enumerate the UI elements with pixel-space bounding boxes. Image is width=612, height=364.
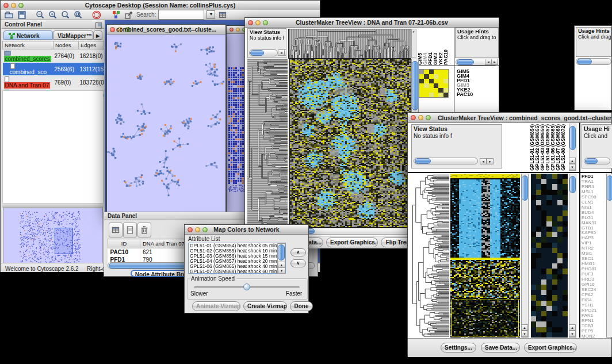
- network-row[interactable]: DNA and Tran 07 769(0) 183728(0): [3, 76, 104, 89]
- attribute-list-vscrollbar[interactable]: ▴ ▾: [277, 243, 285, 273]
- animation-speed-slider[interactable]: [194, 286, 300, 288]
- zoom-window-icon[interactable]: [202, 227, 208, 232]
- open-folder-icon[interactable]: [4, 10, 14, 20]
- scroll-up-icon[interactable]: ▴: [521, 324, 528, 331]
- attribute-table-icon[interactable]: [217, 10, 228, 20]
- attribute-list-item[interactable]: GPL51-07 (GSM868) heat shock 60 min: [189, 269, 285, 274]
- tv1-heatmap[interactable]: [289, 59, 411, 228]
- scrollbar-thumb[interactable]: [457, 59, 474, 65]
- grid-network-canvas[interactable]: [227, 34, 247, 214]
- tv1-hints-hscrollbar[interactable]: ◂ ▸: [456, 59, 498, 66]
- scroll-down-icon[interactable]: ▾: [569, 331, 576, 337]
- cytoscape-titlebar[interactable]: Cytoscape Desktop (Session Name: collins…: [1, 1, 320, 10]
- tab-vizmapper[interactable]: VizMapper™: [53, 30, 93, 40]
- close-icon[interactable]: [411, 115, 416, 120]
- zoom-window-icon[interactable]: [125, 27, 130, 32]
- scroll-right-icon[interactable]: ▸: [491, 59, 498, 65]
- scrollbar-thumb[interactable]: [278, 244, 285, 260]
- export-graphics-button[interactable]: Export Graphics...: [524, 343, 577, 352]
- minimize-icon[interactable]: [418, 115, 423, 120]
- network-row[interactable]: combined_scores 2764(0) 16218(0): [3, 49, 104, 63]
- minimize-icon[interactable]: [255, 20, 261, 25]
- tv2-hints-hscrollbar[interactable]: [584, 158, 610, 164]
- tv1-splitter[interactable]: ▸: [411, 29, 416, 58]
- export-graphics-button[interactable]: Export Graphics...: [326, 237, 378, 247]
- tv1-row-dendrogram[interactable]: [247, 59, 288, 227]
- scroll-right-icon[interactable]: ▸: [487, 158, 494, 164]
- scrollbar-thumb[interactable]: [250, 50, 264, 56]
- close-icon[interactable]: [3, 3, 9, 8]
- attribute-list[interactable]: GPL51-01 (GSM854) heat shock 05 minGPL51…: [188, 243, 286, 274]
- minimize-icon[interactable]: [117, 27, 123, 32]
- search-dropdown-icon[interactable]: ▼: [206, 10, 215, 19]
- zoom-window-icon[interactable]: [426, 115, 431, 120]
- tv2-heat-vscrollbar[interactable]: ▴ ▾: [521, 174, 529, 338]
- minimize-icon[interactable]: [11, 3, 16, 8]
- tv2-zoom-heatmap[interactable]: [531, 174, 568, 338]
- magnifier-icon[interactable]: [60, 10, 71, 20]
- delete-attribute-button[interactable]: [137, 223, 151, 237]
- scroll-down-icon[interactable]: ▾: [278, 267, 285, 274]
- help-icon[interactable]: [91, 10, 102, 20]
- save-data-button[interactable]: Save Data...: [481, 343, 520, 352]
- treeview2-titlebar[interactable]: ClusterMaker TreeView : combined_scores_…: [408, 113, 611, 123]
- move-down-button[interactable]: ∨: [290, 259, 306, 267]
- zoom-selected-icon[interactable]: [73, 10, 83, 20]
- tv2-heatmap-selection[interactable]: [451, 300, 519, 336]
- create-vizmap-button[interactable]: Create Vizmap: [243, 301, 287, 311]
- done-button[interactable]: Done: [290, 301, 313, 311]
- settings-button[interactable]: Settings...: [441, 343, 476, 352]
- tv2-genes-vscrollbar[interactable]: [606, 174, 612, 338]
- minimize-icon[interactable]: [236, 28, 240, 32]
- scrollbar-thumb[interactable]: [569, 176, 576, 193]
- scroll-left-icon[interactable]: ◂: [480, 158, 487, 164]
- network-view-titlebar[interactable]: combined_scores_good.txt--cluste...: [107, 25, 225, 35]
- close-icon[interactable]: [248, 20, 253, 25]
- export-icon[interactable]: [124, 10, 134, 20]
- birdseye-view[interactable]: [3, 208, 103, 267]
- select-attributes-button[interactable]: [109, 223, 123, 237]
- zoom-in-icon[interactable]: [48, 10, 58, 20]
- tv2-zoom-vscrollbar[interactable]: ▴ ▾: [569, 174, 576, 338]
- tv1-gene-label[interactable]: PAC10: [457, 92, 497, 97]
- tab-network[interactable]: Network: [3, 30, 53, 40]
- tv1-column-label[interactable]: PAC10: [443, 49, 449, 65]
- scroll-up-icon[interactable]: ▴: [569, 158, 576, 164]
- network-row-selected[interactable]: combined_sco 2569(6) 13112(15): [3, 63, 104, 76]
- tv2-status-hscrollbar[interactable]: [414, 158, 478, 164]
- col-header-nodes[interactable]: Nodes: [53, 41, 79, 49]
- zoom-out-icon[interactable]: [35, 10, 45, 20]
- tv2-gene-label[interactable]: MON2: [582, 334, 606, 338]
- scroll-down-icon[interactable]: ▾: [521, 331, 528, 337]
- move-up-button[interactable]: ∧: [290, 248, 306, 256]
- zoom-window-icon[interactable]: [18, 3, 24, 8]
- close-icon[interactable]: [230, 28, 234, 32]
- dialog-titlebar[interactable]: Map Colors to Network: [185, 225, 308, 235]
- birdseye-viewport-rect[interactable]: [55, 228, 73, 254]
- tv1-column-dendrogram[interactable]: [288, 29, 411, 59]
- scrollbar-thumb[interactable]: [569, 126, 576, 150]
- tv1-submatrix-heatmap[interactable]: [419, 69, 449, 98]
- tv1-status-hscrollbar[interactable]: [249, 49, 278, 56]
- frag-hscrollbar[interactable]: [576, 58, 611, 65]
- treeview1-titlebar[interactable]: ClusterMaker TreeView : DNA and Tran 07-…: [245, 18, 499, 28]
- tv2-labels-vscrollbar[interactable]: ▴ ▾: [569, 124, 576, 171]
- col-header-id[interactable]: ID: [108, 239, 140, 248]
- minimize-icon[interactable]: [195, 227, 200, 232]
- scrollbar-thumb[interactable]: [607, 175, 612, 201]
- close-icon[interactable]: [110, 27, 115, 32]
- search-input[interactable]: [158, 10, 204, 20]
- scrollbar-thumb[interactable]: [415, 158, 431, 164]
- plugin-icon[interactable]: [111, 10, 121, 20]
- slider-thumb[interactable]: [243, 283, 250, 290]
- animate-vizmap-button[interactable]: Animate Vizmap: [192, 301, 240, 311]
- scrollbar-thumb[interactable]: [412, 61, 418, 110]
- scrollbar-thumb[interactable]: [585, 158, 598, 164]
- scrollbar-thumb[interactable]: [522, 175, 528, 201]
- scroll-up-icon[interactable]: ▴: [569, 324, 576, 331]
- tv2-column-label[interactable]: GPL51-08 (GSM872): [561, 124, 566, 171]
- scroll-right-icon[interactable]: [284, 49, 286, 56]
- col-header-edges[interactable]: Edges: [79, 41, 104, 49]
- close-icon[interactable]: [188, 227, 193, 232]
- scrollbar-thumb[interactable]: [577, 59, 592, 64]
